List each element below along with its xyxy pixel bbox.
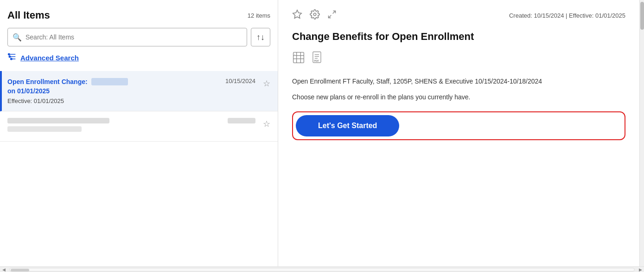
scroll-right-btn[interactable]: ▶ xyxy=(637,267,644,272)
detail-expand-icon[interactable] xyxy=(327,10,337,21)
detail-actions: x PDF xyxy=(292,51,625,67)
items-count: 12 items xyxy=(248,12,270,19)
pdf-icon[interactable]: PDF xyxy=(312,51,324,67)
star-icon[interactable]: ☆ xyxy=(263,119,270,129)
left-panel: All Items 12 items 🔍 ↑↓ xyxy=(0,0,278,266)
lets-get-started-button[interactable]: Let's Get Started xyxy=(296,115,399,136)
search-input[interactable] xyxy=(26,33,242,41)
search-box[interactable]: 🔍 xyxy=(7,28,247,46)
star-icon[interactable]: ☆ xyxy=(263,78,270,89)
list-item-sub: Effective: 01/01/2025 xyxy=(7,97,225,104)
scroll-left-btn[interactable]: ◀ xyxy=(0,267,7,272)
page-title: All Items xyxy=(7,9,50,21)
sort-button[interactable]: ↑↓ xyxy=(251,28,270,46)
svg-point-5 xyxy=(11,58,12,59)
detail-description-2: Choose new plans or re-enroll in the pla… xyxy=(292,92,625,102)
sort-icon: ↑↓ xyxy=(256,32,265,42)
left-header: All Items 12 items xyxy=(7,9,270,21)
excel-icon[interactable]: x xyxy=(292,51,305,67)
advanced-search-link[interactable]: Advanced Search xyxy=(20,54,79,62)
detail-gear-icon[interactable] xyxy=(310,9,320,22)
detail-title: Change Benefits for Open Enrollment xyxy=(292,30,625,44)
svg-line-8 xyxy=(333,11,336,14)
cta-wrapper: Let's Get Started xyxy=(292,111,625,140)
right-area: Created: 10/15/2024 | Effective: 01/01/2… xyxy=(278,0,644,266)
list-item-title: Open Enrollment Change: ████████ on 01/0… xyxy=(7,78,225,96)
right-panel: Created: 10/15/2024 | Effective: 01/01/2… xyxy=(278,0,639,266)
list-item[interactable]: ☆ xyxy=(0,111,278,142)
list-item-content: Open Enrollment Change: ████████ on 01/0… xyxy=(7,78,225,104)
svg-text:PDF: PDF xyxy=(314,59,319,62)
detail-description-1: Open Enrollment FT Faculty, Staff, 1205P… xyxy=(292,76,625,86)
list-item-content-blurred xyxy=(7,118,228,135)
advanced-search-row[interactable]: Advanced Search xyxy=(7,52,270,64)
bottom-scrollbar[interactable]: ◀ ▶ xyxy=(0,266,644,272)
items-list: Open Enrollment Change: ████████ on 01/0… xyxy=(0,71,278,266)
search-icon: 🔍 xyxy=(13,33,22,42)
svg-line-9 xyxy=(329,15,332,18)
svg-point-3 xyxy=(8,53,10,55)
right-scrollbar[interactable] xyxy=(639,0,644,266)
search-row: 🔍 ↑↓ xyxy=(7,28,270,46)
detail-top-bar: Created: 10/15/2024 | Effective: 01/01/2… xyxy=(292,9,625,22)
svg-point-7 xyxy=(313,13,316,16)
advanced-search-filter-icon xyxy=(7,52,17,64)
item-right-blurred: ☆ xyxy=(228,118,270,129)
item-right: 10/15/2024 ☆ xyxy=(225,78,270,89)
detail-star-icon[interactable] xyxy=(292,9,302,22)
svg-point-4 xyxy=(9,56,10,57)
svg-marker-6 xyxy=(293,10,301,18)
scrollbar-thumb[interactable] xyxy=(640,2,644,30)
list-item[interactable]: Open Enrollment Change: ████████ on 01/0… xyxy=(0,71,278,111)
list-item-date: 10/15/2024 xyxy=(225,78,255,84)
detail-meta: Created: 10/15/2024 | Effective: 01/01/2… xyxy=(509,12,625,19)
svg-text:x: x xyxy=(294,52,295,55)
